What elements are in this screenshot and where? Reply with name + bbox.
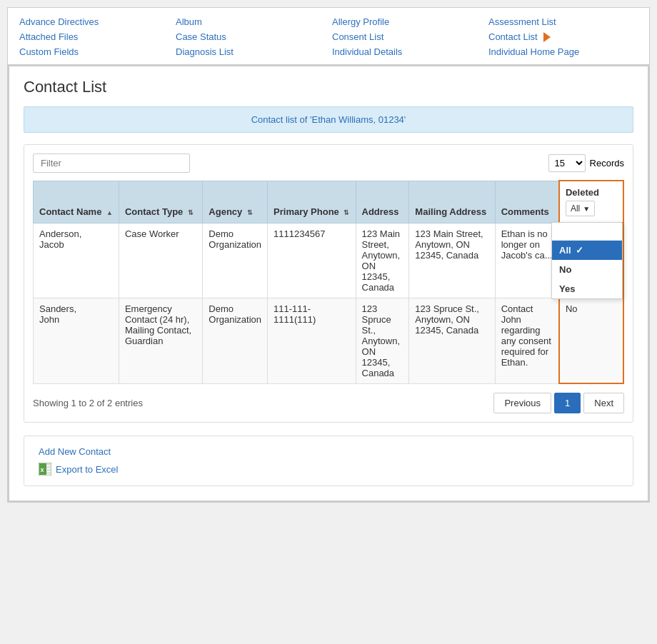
deleted-label: Deleted — [566, 187, 599, 198]
col-mailing-address: Mailing Address — [409, 181, 495, 223]
check-icon: ✓ — [576, 245, 583, 256]
nav-individual-details[interactable]: Individual Details — [332, 46, 481, 57]
col-comments: Comments — [495, 181, 559, 223]
deleted-header-inner: Deleted All ▼ — [566, 187, 617, 216]
table-toolbar: 15 25 50 100 Records — [33, 154, 624, 173]
records-control: 15 25 50 100 Records — [548, 154, 624, 172]
cell-phone-1: 1111234567 — [268, 223, 356, 298]
filter-input[interactable] — [33, 154, 190, 173]
page-1-button[interactable]: 1 — [554, 393, 581, 413]
dropdown-option-all-label: All — [559, 245, 571, 256]
table-row: Anderson,Jacob Case Worker DemoOrganizat… — [34, 223, 624, 298]
outer-container: Advance Directives Album Allergy Profile… — [7, 7, 650, 503]
cell-deleted-2: No — [559, 298, 623, 383]
nav-attached-files[interactable]: Attached Files — [19, 31, 169, 42]
cell-contact-type-2: Emergency Contact (24 hr), Mailing Conta… — [119, 298, 202, 383]
cell-address-1: 123 Main Street, Anytown, ON 12345, Cana… — [356, 223, 409, 298]
nav-advance-directives[interactable]: Advance Directives — [19, 16, 169, 27]
dropdown-option-yes[interactable]: Yes — [552, 279, 622, 298]
col-primary-phone[interactable]: Primary Phone ⇅ — [268, 181, 356, 223]
cell-agency-2: DemoOrganization — [203, 298, 268, 383]
footer-actions: Add New Contact x Export to Excel — [24, 436, 633, 486]
records-select[interactable]: 15 25 50 100 — [548, 154, 586, 172]
deleted-filter-value: All — [571, 203, 580, 213]
table-row: Sanders,John Emergency Contact (24 hr), … — [34, 298, 624, 383]
col-agency[interactable]: Agency ⇅ — [203, 181, 268, 223]
nav-contact-list[interactable]: Contact List — [488, 31, 638, 42]
showing-text: Showing 1 to 2 of 2 entries — [33, 398, 143, 408]
nav-diagnosis-list[interactable]: Diagnosis List — [176, 46, 325, 57]
sort-icon-phone: ⇅ — [343, 209, 349, 216]
svg-rect-6 — [46, 472, 51, 474]
cell-contact-type-1: Case Worker — [119, 223, 202, 298]
dropdown-option-all[interactable]: All ✓ — [552, 241, 622, 260]
dropdown-option-yes-label: Yes — [559, 283, 575, 294]
data-table: Contact Name ▲ Contact Type ⇅ Agency ⇅ P… — [33, 180, 624, 384]
svg-text:x: x — [41, 466, 44, 473]
dropdown-search-input[interactable] — [552, 223, 622, 241]
svg-rect-4 — [46, 466, 51, 468]
nav-individual-home[interactable]: Individual Home Page — [488, 46, 638, 57]
cell-phone-2: 111-111-1111(111) — [268, 298, 356, 383]
pagination-controls: Previous 1 Next — [493, 393, 624, 413]
cell-contact-name-1: Anderson,Jacob — [34, 223, 119, 298]
next-button[interactable]: Next — [583, 393, 624, 413]
page-title: Contact List — [24, 78, 633, 96]
svg-rect-3 — [46, 463, 51, 466]
nav-album[interactable]: Album — [176, 16, 325, 27]
records-label: Records — [590, 158, 624, 168]
cell-contact-name-2: Sanders,John — [34, 298, 119, 383]
table-container: 15 25 50 100 Records Contact Name ▲ — [24, 144, 633, 423]
export-to-excel-link[interactable]: Export to Excel — [56, 464, 118, 475]
nav-allergy-profile[interactable]: Allergy Profile — [332, 16, 481, 27]
col-contact-type[interactable]: Contact Type ⇅ — [119, 181, 202, 223]
sort-icon-name: ▲ — [106, 209, 113, 216]
cell-mailing-2: 123 Spruce St., Anytown, ON 12345, Canad… — [409, 298, 495, 383]
svg-rect-5 — [46, 469, 51, 471]
info-banner: Contact list of 'Ethan Williams, 01234' — [24, 106, 633, 133]
cell-address-2: 123 Spruce St., Anytown, ON 12345, Canad… — [356, 298, 409, 383]
excel-icon: x — [39, 463, 51, 476]
cell-comments-1: Ethan is no longer on Jacob's ca... — [495, 223, 559, 298]
top-nav: Advance Directives Album Allergy Profile… — [8, 8, 649, 65]
deleted-dropdown-popup: All ✓ No Yes — [551, 222, 623, 299]
nav-assessment-list[interactable]: Assessment List — [488, 16, 638, 27]
add-new-contact-link[interactable]: Add New Contact — [39, 446, 618, 457]
cell-agency-1: DemoOrganization — [203, 223, 268, 298]
col-deleted: Deleted All ▼ All — [559, 181, 623, 223]
dropdown-option-no-label: No — [559, 264, 571, 275]
main-content: Contact List Contact list of 'Ethan Will… — [8, 65, 649, 502]
nav-case-status[interactable]: Case Status — [176, 31, 325, 42]
sort-icon-agency: ⇅ — [247, 209, 253, 216]
nav-custom-fields[interactable]: Custom Fields — [19, 46, 169, 57]
col-contact-name[interactable]: Contact Name ▲ — [34, 181, 119, 223]
deleted-filter-button[interactable]: All ▼ — [566, 201, 595, 216]
dropdown-option-no[interactable]: No — [552, 260, 622, 279]
export-row: x Export to Excel — [39, 463, 618, 476]
sort-icon-type: ⇅ — [188, 209, 194, 216]
chevron-down-icon: ▼ — [583, 205, 590, 213]
arrow-right-icon — [543, 32, 551, 42]
nav-contact-list-label: Contact List — [488, 31, 538, 42]
nav-consent-list[interactable]: Consent List — [332, 31, 481, 42]
previous-button[interactable]: Previous — [493, 393, 551, 413]
pagination-row: Showing 1 to 2 of 2 entries Previous 1 N… — [33, 393, 624, 413]
cell-comments-2: Contact John regarding any consent requi… — [495, 298, 559, 383]
cell-mailing-1: 123 Main Street, Anytown, ON 12345, Cana… — [409, 223, 495, 298]
col-address: Address — [356, 181, 409, 223]
